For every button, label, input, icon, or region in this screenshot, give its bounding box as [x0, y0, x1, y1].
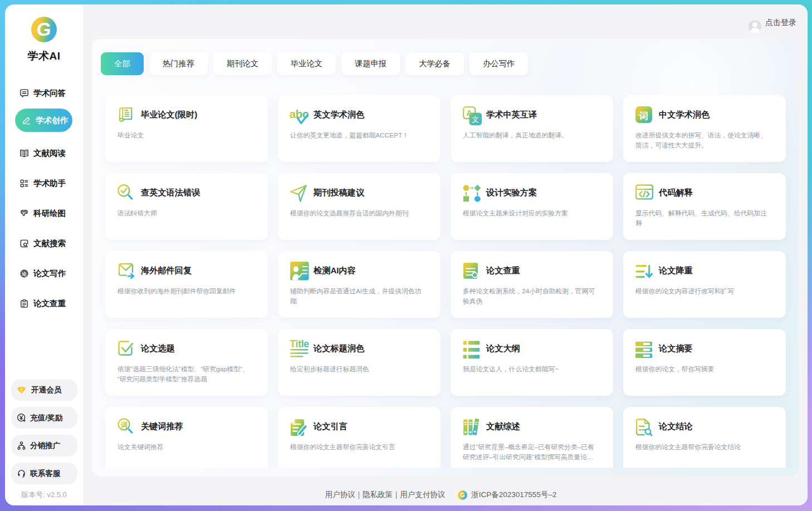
svg-text:Title: Title [290, 338, 310, 350]
svg-text:文: 文 [472, 115, 479, 124]
svg-text:词: 词 [120, 421, 128, 429]
svg-text:论: 论 [21, 271, 27, 276]
svg-text:词: 词 [638, 111, 648, 121]
